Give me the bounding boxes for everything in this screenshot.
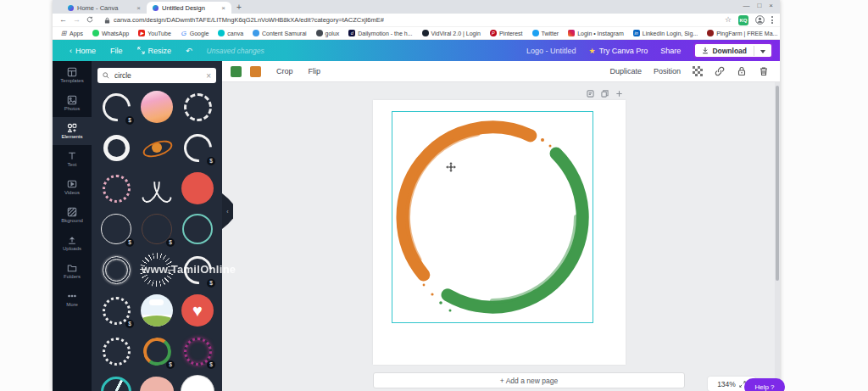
sidebar-item-label: Elements xyxy=(61,134,82,139)
back-icon[interactable]: ← xyxy=(59,16,67,24)
bookmark-star-icon[interactable]: ☆ xyxy=(725,16,732,24)
sidebar-item-elements[interactable]: Elements xyxy=(53,117,92,145)
element-thumb-solid-red[interactable] xyxy=(179,170,216,207)
bookmark-item[interactable]: Login • Instagram xyxy=(568,30,624,36)
design-page[interactable] xyxy=(373,100,626,365)
sidebar-item-more[interactable]: More xyxy=(53,285,92,313)
color-swatch-orange[interactable] xyxy=(250,66,261,77)
lock-icon[interactable] xyxy=(737,66,747,76)
bookmark-item[interactable]: Twitter xyxy=(532,30,559,36)
color-swatch-green[interactable] xyxy=(231,66,242,77)
add-page-icon[interactable] xyxy=(615,90,623,98)
undo-icon[interactable]: ↶ xyxy=(186,47,192,55)
sidebar-item-photos[interactable]: Photos xyxy=(53,89,92,117)
new-tab-button[interactable]: + xyxy=(236,3,242,12)
clear-search-icon[interactable]: × xyxy=(206,71,211,81)
home-button[interactable]: ‹ Home xyxy=(70,47,96,55)
bookmark-item[interactable]: PPinterest xyxy=(490,30,523,36)
element-thumb-saturn[interactable] xyxy=(138,129,175,166)
bookmark-item[interactable]: ▶YouTube xyxy=(138,30,171,36)
search-box[interactable]: × xyxy=(97,68,216,83)
profile-icon[interactable] xyxy=(755,15,765,25)
text-icon xyxy=(67,151,77,161)
element-thumb-thin-ring[interactable]: $ xyxy=(97,210,135,248)
help-button[interactable]: Help ? xyxy=(744,378,785,391)
bookmark-item[interactable]: inLinkedIn Login, Sig... xyxy=(633,30,698,36)
try-canva-pro-button[interactable]: ★ Try Canva Pro xyxy=(589,47,648,55)
sidebar-item-templates[interactable]: Templates xyxy=(53,61,92,89)
trash-icon[interactable] xyxy=(759,66,769,76)
bookmark-item[interactable]: VidViral 2.0 | Login xyxy=(422,30,481,36)
sidebar-item-videos[interactable]: Videos xyxy=(53,173,92,201)
position-button[interactable]: Position xyxy=(654,67,681,75)
add-new-page-button[interactable]: + Add a new page xyxy=(373,372,685,388)
screenshot-stage: Home - Canva × Untitled Design × + — □ ×… xyxy=(0,0,868,391)
bookmark-item[interactable]: canva xyxy=(218,30,243,36)
bookmark-favicon xyxy=(422,30,429,36)
link-icon[interactable] xyxy=(715,66,725,76)
browser-tab-untitled-design[interactable]: Untitled Design × xyxy=(147,2,231,14)
element-thumb-laurel[interactable] xyxy=(138,170,175,207)
transparency-icon[interactable] xyxy=(693,66,703,76)
element-thumb-heart[interactable] xyxy=(179,292,216,329)
bookmark-item[interactable]: golux xyxy=(316,30,340,36)
element-thumb-landscape[interactable] xyxy=(138,292,175,329)
bookmark-item[interactable]: Content Samurai xyxy=(253,30,307,36)
element-thumb-teal-ring[interactable] xyxy=(179,210,216,248)
sidebar-item-uploads[interactable]: Uploads xyxy=(53,229,92,257)
bookmark-item[interactable]: PingFarm | FREE Ma... xyxy=(707,30,777,36)
download-dropdown-button[interactable] xyxy=(754,47,771,55)
maximize-button[interactable]: □ xyxy=(757,2,761,9)
reload-icon[interactable] xyxy=(86,16,93,25)
bookmark-label: Google xyxy=(190,31,209,36)
sidebar-item-text[interactable]: Text xyxy=(53,145,92,173)
bookmark-favicon xyxy=(92,30,99,36)
element-thumb-brush-crescent[interactable]: $ xyxy=(179,129,216,166)
scrollbar-thumb[interactable] xyxy=(776,86,779,281)
element-thumb-speckle-ring[interactable] xyxy=(97,251,135,288)
bookmark-item[interactable]: GGoogle xyxy=(181,30,209,36)
element-thumb-pink-blob[interactable] xyxy=(138,373,175,391)
element-thumb-particle-purple[interactable]: $ xyxy=(179,332,216,370)
file-menu[interactable]: File xyxy=(110,47,123,55)
close-button[interactable]: × xyxy=(769,2,773,9)
element-thumb-dotted-pink[interactable] xyxy=(97,170,135,207)
menu-icon[interactable] xyxy=(771,16,773,24)
minimize-button[interactable]: — xyxy=(743,2,749,9)
search-input[interactable] xyxy=(113,70,203,81)
selection-box[interactable] xyxy=(392,111,593,323)
duplicate-page-icon[interactable] xyxy=(601,90,609,98)
download-button[interactable]: Download xyxy=(695,47,754,55)
document-title[interactable]: Logo - Untitled xyxy=(526,47,576,55)
bookmark-item[interactable]: dDailymotion - the h... xyxy=(348,30,412,36)
address-bar[interactable]: canva.com/design/DADwmthTAFE/LITMngK6qG2… xyxy=(99,15,595,25)
element-thumb-ornate-ring[interactable] xyxy=(179,88,216,126)
element-thumb-white-ring-card[interactable] xyxy=(179,373,216,391)
element-thumb-brush-crescent[interactable]: $ xyxy=(97,88,135,126)
duplicate-button[interactable]: Duplicate xyxy=(609,67,642,75)
element-thumb-teal-badge[interactable] xyxy=(97,373,135,391)
element-thumb-gradient-circle[interactable] xyxy=(138,88,175,126)
tab-close-icon[interactable]: × xyxy=(136,4,141,12)
workspace-scrollbar[interactable] xyxy=(775,82,780,391)
sidebar-item-label: Folders xyxy=(64,274,81,279)
page-notes-icon[interactable] xyxy=(587,90,594,98)
element-thumb-thin-ring-dark[interactable]: $ xyxy=(138,210,175,248)
forward-icon[interactable]: → xyxy=(73,16,81,24)
bookmark-item[interactable]: ⊞Apps xyxy=(60,30,83,36)
sidebar-item-folders[interactable]: Folders xyxy=(53,257,92,285)
browser-tab-home[interactable]: Home - Canva × xyxy=(62,2,147,14)
bookmark-item[interactable]: WhatsApp xyxy=(92,30,129,36)
tab-close-icon[interactable]: × xyxy=(221,4,225,12)
element-thumb-dotted-white[interactable]: $ xyxy=(97,292,135,329)
sidebar-item-bkground[interactable]: Bkground xyxy=(53,201,92,229)
resize-button[interactable]: Resize xyxy=(137,47,172,55)
share-button[interactable]: Share xyxy=(660,47,681,55)
element-thumb-dotted-white[interactable] xyxy=(97,332,135,370)
element-thumb-brush-ring[interactable] xyxy=(97,129,135,166)
flip-button[interactable]: Flip xyxy=(309,67,321,75)
brush-ring-icon xyxy=(103,135,130,161)
crop-button[interactable]: Crop xyxy=(276,67,293,75)
extension-badge[interactable]: KQ xyxy=(738,15,748,25)
element-thumb-tricolor-brush[interactable]: $ xyxy=(138,332,175,370)
